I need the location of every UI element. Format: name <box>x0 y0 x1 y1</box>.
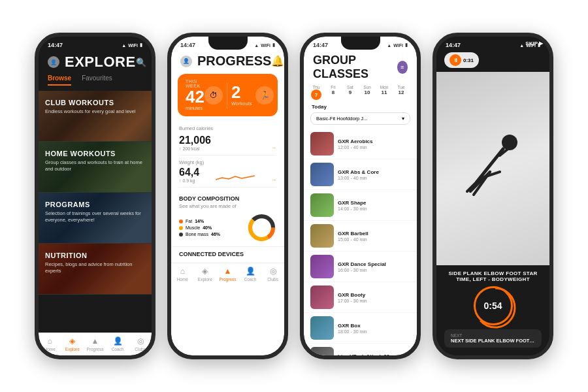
class-thumb-shape <box>310 193 334 217</box>
class-thumb-aerobics <box>310 132 334 155</box>
class-list: GXR Aerobics 12:00 - 40 min GXR Abs & Co… <box>304 129 417 355</box>
tab-browse[interactable]: Browse <box>48 74 71 86</box>
cal-thu[interactable]: Thu 7 <box>309 85 323 100</box>
home-workouts-card[interactable]: HOME WORKOUTS Group classes and workouts… <box>39 142 152 193</box>
class-shape[interactable]: GXR Shape 14:00 - 30 min <box>304 190 417 221</box>
location-text: Basic-Fit Hoofddorp J... <box>316 116 367 122</box>
gc-header: GROUP CLASSES ≡ <box>304 51 417 85</box>
burned-calories-label: Burned calories <box>179 125 276 131</box>
countdown-timer: 0:54 <box>474 286 513 325</box>
notch-progress <box>208 37 248 50</box>
nav-home-p[interactable]: ⌂ Home <box>171 267 194 282</box>
cal-mon-num: 11 <box>382 90 387 95</box>
class-abs[interactable]: GXR Abs & Core 13:00 - 40 min <box>304 159 417 190</box>
svg-line-4 <box>477 149 503 182</box>
arrow-icon: → <box>271 145 276 151</box>
weight-arrow-icon: → <box>271 177 276 183</box>
user-avatar[interactable]: 👤 <box>48 56 59 68</box>
nav-coach[interactable]: 👤 Coach <box>106 336 129 351</box>
class-thumb-box <box>310 316 334 340</box>
this-week-card: THIS WEEK 42 minutes ⏱ 2 Workouts 🏃 <box>178 74 278 116</box>
class-time-barbell: 15:00 - 40 min <box>338 237 410 242</box>
class-liveattack[interactable]: Live VBodyAttack 60 19:00 - 60 min <box>304 344 417 355</box>
progress-title: PROGRESS <box>197 54 271 69</box>
cal-fri[interactable]: Fri 8 <box>326 85 340 100</box>
weight-value: 64,4 <box>179 167 199 178</box>
pause-button[interactable]: ⏸ <box>449 54 461 66</box>
progress-metrics: Burned calories 21,006 ↑ 200 kcal → Weig… <box>171 122 284 191</box>
class-time-aerobics: 12:00 - 40 min <box>338 145 410 150</box>
bell-icon-progress[interactable]: 🔔 <box>271 56 284 67</box>
bar-chart <box>231 135 251 151</box>
home-icon: ⌂ <box>48 336 52 346</box>
location-dropdown[interactable]: Basic-Fit Hoofddorp J... ▾ <box>310 112 410 125</box>
class-thumb-abs <box>310 163 334 186</box>
class-aerobics[interactable]: GXR Aerobics 12:00 - 40 min <box>304 129 417 159</box>
nav-explore[interactable]: ◈ Explore <box>61 336 84 351</box>
class-dance[interactable]: GXR Dance Special 16:00 - 30 min <box>304 252 417 282</box>
class-info-abs: GXR Abs & Core 13:00 - 40 min <box>338 169 410 180</box>
status-time: 14:47 <box>48 42 63 48</box>
class-name-dance: GXR Dance Special <box>338 261 410 267</box>
class-time-abs: 13:00 - 40 min <box>338 176 410 180</box>
class-booty[interactable]: GXR Booty 17:00 - 30 min <box>304 282 417 313</box>
class-name-box: GXR Box <box>338 323 410 329</box>
nutrition-card[interactable]: NUTRITION Recipes, blogs and advice from… <box>39 244 152 295</box>
home-workouts-sub: Group classes and workouts to train at h… <box>45 159 145 172</box>
explore-tabs: Browse Favourites <box>39 74 152 91</box>
body-composition: BODY COMPOSITION See what you are made o… <box>171 191 284 247</box>
skip-button[interactable]: SKIP ▶ <box>525 41 543 46</box>
class-info-barbell: GXR Barbell 15:00 - 40 min <box>338 231 410 242</box>
skip-arrow-icon: ▶ <box>539 41 543 46</box>
progress-icon: ▲ <box>91 336 99 346</box>
bone-dot <box>179 233 183 237</box>
notch-gc <box>341 37 380 50</box>
cal-sat-num: 9 <box>349 90 351 95</box>
nav-clubs-p[interactable]: ◎ Clubs <box>261 267 284 282</box>
class-info-booty: GXR Booty 17:00 - 30 min <box>338 292 410 303</box>
programs-card[interactable]: PROGRAMS Selection of trainings over sev… <box>39 193 152 244</box>
cal-sun-num: 10 <box>365 90 370 95</box>
weight-chart <box>216 170 255 183</box>
cal-sun[interactable]: Sun 10 <box>360 85 374 100</box>
body-comp-title: BODY COMPOSITION <box>179 195 276 202</box>
nav-progress-p[interactable]: ▲ Progress <box>216 267 239 282</box>
nav-home[interactable]: ⌂ Home <box>39 336 61 351</box>
bottom-nav-progress: ⌂ Home ◈ Explore ▲ Progress 👤 Coach ◎ <box>171 263 284 286</box>
user-avatar-progress[interactable]: 👤 <box>180 56 192 67</box>
connected-devices-title: CONNECTED DEVICES <box>179 251 276 257</box>
search-icon[interactable]: 🔍 <box>136 57 146 67</box>
clubs-icon: ◎ <box>137 336 144 346</box>
explore-title: EXPLORE <box>65 54 136 71</box>
cal-sat[interactable]: Sat 9 <box>343 85 357 100</box>
class-name-aerobics: GXR Aerobics <box>338 139 410 144</box>
nav-progress[interactable]: ▲ Progress <box>84 336 106 351</box>
phone-progress: 14:47 ▲WiFi▮ 👤 PROGRESS 🔔 THIS WEEK 42 <box>167 33 288 359</box>
nav-clubs[interactable]: ◎ Clubs <box>129 336 152 351</box>
workout-exercise-name: SIDE PLANK ELBOW FOOT STAR TIME, LEFT - … <box>444 270 542 282</box>
filter-icon[interactable]: ≡ <box>397 61 408 74</box>
class-info-aerobics: GXR Aerobics 12:00 - 40 min <box>338 139 410 150</box>
this-week-minutes-unit: minutes <box>186 105 204 111</box>
programs-sub: Selection of trainings over several week… <box>45 210 145 223</box>
burned-calories-metric: Burned calories 21,006 ↑ 200 kcal → <box>179 122 276 155</box>
burned-calories-change: ↑ 200 kcal <box>179 146 211 151</box>
notch <box>76 37 115 50</box>
club-workouts-card[interactable]: CLUB WORKOUTS Endless workouts for every… <box>39 91 152 142</box>
class-name-abs: GXR Abs & Core <box>338 169 410 175</box>
phone-workout: 14:47 ▲WiFi▮ ⏸ 0:31 SKIP ▶ <box>433 33 553 359</box>
status-time-workout: 14:47 <box>446 42 461 48</box>
exercise-figure-svg <box>454 120 532 218</box>
tab-favourites[interactable]: Favourites <box>82 74 112 86</box>
class-thumb-barbell <box>310 224 334 248</box>
nav-coach-p[interactable]: 👤 Coach <box>239 267 262 282</box>
workout-timer-badge: ⏸ 0:31 <box>444 52 479 68</box>
class-box[interactable]: GXR Box 18:00 - 30 min <box>304 313 417 344</box>
nav-explore-p[interactable]: ◈ Explore <box>194 267 217 282</box>
cal-mon[interactable]: Mon 11 <box>377 85 391 100</box>
cal-tue[interactable]: Tue 12 <box>394 85 408 100</box>
progress-icon-p: ▲ <box>224 267 232 276</box>
today-label: Today <box>304 104 417 112</box>
class-thumb-dance <box>310 255 334 278</box>
class-barbell[interactable]: GXR Barbell 15:00 - 40 min <box>304 221 417 252</box>
